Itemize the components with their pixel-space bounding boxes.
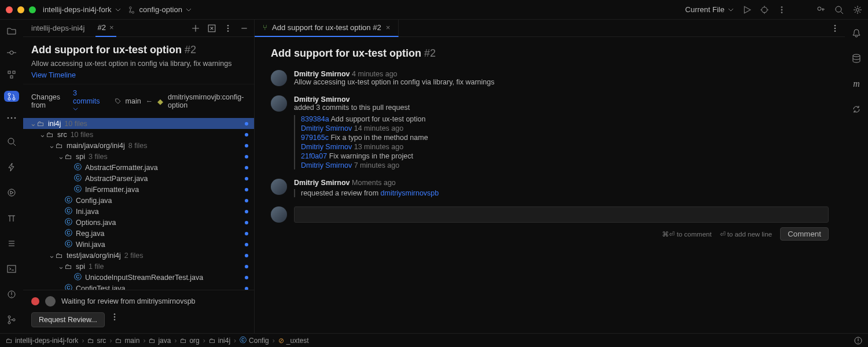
tree-meta: 8 files <box>128 142 148 150</box>
svg-point-31 <box>834 25 836 27</box>
structure-tool-button[interactable] <box>4 69 19 80</box>
notifications-button[interactable] <box>849 25 864 40</box>
panel-tab-repo[interactable]: intellij-deps-ini4j <box>29 20 87 37</box>
comment-button[interactable]: Comment <box>780 227 829 241</box>
comment-input[interactable] <box>294 206 829 223</box>
commits-dropdown[interactable]: 3 commits <box>73 89 106 113</box>
tree-file[interactable]: ⓒUnicodeInputStreamReaderTest.java <box>23 272 254 283</box>
user-link[interactable]: Dmitriy Smirnov <box>301 143 352 151</box>
tree-folder[interactable]: ⌄🗀src10 files <box>23 129 254 140</box>
more-icon <box>7 117 16 119</box>
todo-tool-button[interactable] <box>4 236 19 251</box>
coverage-tool-button[interactable] <box>849 102 864 117</box>
more-icon[interactable] <box>224 24 232 32</box>
tree-label: spi <box>76 263 85 271</box>
search-icon[interactable] <box>834 5 844 14</box>
tree-file[interactable]: ⓒAbstractParser.java <box>23 173 254 184</box>
maven-tool-button[interactable]: m <box>849 76 864 91</box>
tree-file[interactable]: ⓒIni.java <box>23 206 254 217</box>
commit-sha[interactable]: 839384a <box>301 115 329 123</box>
vcs-tool-button[interactable] <box>4 312 19 327</box>
changed-files-tree[interactable]: ⌄🗀ini4j10 files⌄🗀src10 files⌄🗀main/java/… <box>23 118 254 290</box>
commit-sha[interactable]: 21f0a07 <box>301 152 327 160</box>
database-tool-button[interactable] <box>849 51 864 66</box>
tree-folder[interactable]: ⌄🗀test/java/org/ini4j2 files <box>23 250 254 261</box>
pr-timeline: Add support for ux-test option #2 Dmitri… <box>255 37 845 333</box>
problems-tool-button[interactable] <box>4 287 19 302</box>
user-link[interactable]: Dmitriy Smirnov <box>301 124 352 132</box>
breadcrumb-item[interactable]: ⓒConfig <box>240 335 269 345</box>
tree-file[interactable]: ⓒOptions.java <box>23 217 254 228</box>
run-icon[interactable] <box>743 6 751 14</box>
head-branch[interactable]: dmitriysmirnovjb:config-option <box>168 93 246 109</box>
change-indicator-icon <box>245 199 248 202</box>
comment-body: Allow accessing ux-test option in config… <box>294 78 494 86</box>
pull-requests-tool-button[interactable] <box>4 91 19 102</box>
view-timeline-link[interactable]: View Timeline <box>31 71 246 79</box>
close-tab-icon[interactable]: × <box>386 23 391 32</box>
breadcrumb-item[interactable]: 🗀ini4j <box>209 337 230 345</box>
change-indicator-icon <box>245 232 248 235</box>
tree-file[interactable]: ⓒConfig.java <box>23 195 254 206</box>
warning-icon[interactable] <box>854 337 862 345</box>
tree-folder[interactable]: ⌄🗀spi1 file <box>23 261 254 272</box>
breadcrumb-label: java <box>158 337 171 345</box>
breadcrumb-item[interactable]: 🗀main <box>115 337 139 345</box>
project-selector[interactable]: intellij-deps-ini4j-fork <box>43 5 121 14</box>
more-icon[interactable] <box>111 313 119 321</box>
add-icon[interactable] <box>192 24 200 32</box>
panel-tab-pr[interactable]: #2 × <box>95 20 116 37</box>
build-tool-button[interactable] <box>4 211 19 226</box>
search-tool-button[interactable] <box>4 134 19 149</box>
run-config-selector[interactable]: Current File <box>685 5 734 14</box>
breadcrumb-item[interactable]: 🗀src <box>87 337 106 345</box>
tree-folder[interactable]: ⌄🗀ini4j10 files <box>23 118 254 129</box>
tree-file[interactable]: ⓒAbstractFormatter.java <box>23 162 254 173</box>
user-link[interactable]: Dmitriy Smirnov <box>301 161 352 169</box>
code-with-me-icon[interactable] <box>816 5 825 14</box>
breadcrumb-item[interactable]: 🗀org <box>180 337 199 345</box>
run-tool-button[interactable] <box>4 185 19 200</box>
zoom-window[interactable] <box>29 6 36 13</box>
breadcrumb-item[interactable]: ⊘_uxtest <box>278 337 309 345</box>
minimize-window[interactable] <box>17 6 24 13</box>
expand-icon[interactable] <box>208 24 216 32</box>
more-tools-button[interactable] <box>4 112 19 124</box>
commit-message: Fix warnings in the project <box>329 152 413 160</box>
user-link[interactable]: dmitriysmirnovspb <box>381 189 439 197</box>
tree-file[interactable]: ⓒConfigTest.java <box>23 283 254 290</box>
tree-file[interactable]: ⓒWini.java <box>23 239 254 250</box>
settings-icon[interactable] <box>853 5 862 14</box>
commit-tool-button[interactable] <box>4 47 19 59</box>
close-window[interactable] <box>6 6 13 13</box>
author-name[interactable]: Dmitriy Smirnov <box>294 179 350 187</box>
svg-point-6 <box>856 8 859 11</box>
branch-selector[interactable]: config-option <box>128 5 192 14</box>
status-bar: 🗀intellij-deps-ini4j-fork›🗀src›🗀main›🗀ja… <box>0 333 868 347</box>
tree-folder[interactable]: ⌄🗀main/java/org/ini4j8 files <box>23 140 254 151</box>
ai-tool-button[interactable] <box>4 160 19 175</box>
request-review-button[interactable]: Request Review... <box>31 312 105 327</box>
breadcrumbs[interactable]: 🗀intellij-deps-ini4j-fork›🗀src›🗀main›🗀ja… <box>6 335 309 345</box>
breadcrumb-item[interactable]: 🗀intellij-deps-ini4j-fork <box>6 337 78 345</box>
tree-file[interactable]: ⓒIniFormatter.java <box>23 184 254 195</box>
author-name[interactable]: Dmitriy Smirnov <box>294 70 350 78</box>
more-icon[interactable] <box>831 24 839 32</box>
project-tool-button[interactable] <box>4 25 19 37</box>
base-branch[interactable]: main <box>126 97 141 105</box>
change-indicator-icon <box>245 155 248 158</box>
breadcrumb-item[interactable]: 🗀java <box>149 337 171 345</box>
tree-meta: 2 files <box>124 252 144 260</box>
author-name[interactable]: Dmitriy Smirnov <box>294 95 350 104</box>
java-file-icon: ⓒ <box>74 163 82 172</box>
debug-icon[interactable] <box>760 6 768 14</box>
tree-folder[interactable]: ⌄🗀spi3 files <box>23 151 254 162</box>
more-icon[interactable] <box>778 6 786 14</box>
close-tab-icon[interactable]: × <box>109 23 114 32</box>
commit-sha[interactable]: 979165c <box>301 134 329 142</box>
terminal-tool-button[interactable] <box>4 261 19 276</box>
svg-point-3 <box>781 12 783 13</box>
tree-file[interactable]: ⓒReg.java <box>23 228 254 239</box>
minimize-icon[interactable] <box>240 24 248 32</box>
editor-tab-pr[interactable]: ⑂ Add support for ux-test option #2 × <box>255 20 399 37</box>
